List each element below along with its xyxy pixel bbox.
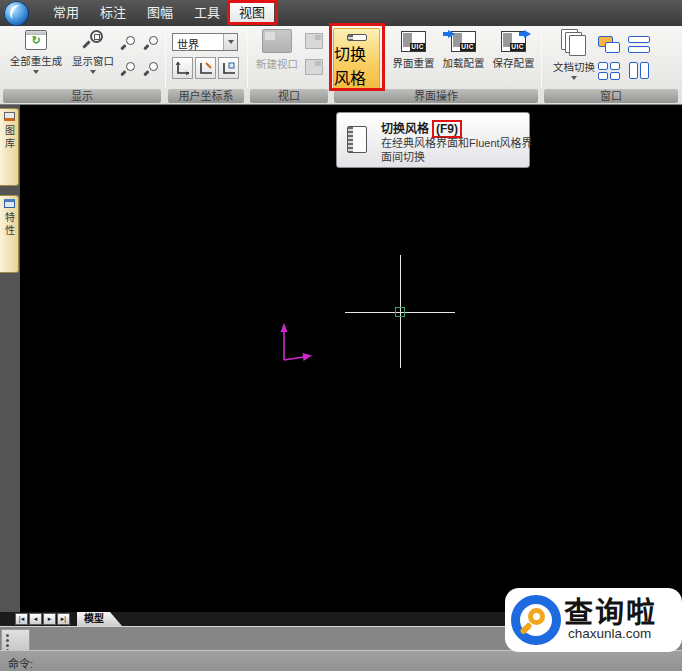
grip-dots-icon bbox=[6, 634, 9, 637]
tile-horizontal-button[interactable] bbox=[626, 35, 654, 55]
regen-all-button[interactable]: ↻ 全部重生成 bbox=[5, 30, 67, 74]
switch-style-icon bbox=[347, 34, 367, 41]
tab-view-active[interactable]: 视图 bbox=[230, 2, 274, 23]
ucs-object-icon bbox=[198, 61, 213, 76]
named-viewport-icon[interactable] bbox=[305, 33, 323, 49]
panel-divider bbox=[165, 28, 166, 88]
tile-grid-icon bbox=[598, 62, 608, 70]
panel-divider bbox=[247, 28, 248, 88]
watermark-domain: chaxunla.com bbox=[568, 626, 651, 641]
save-config-button[interactable]: UIC 保存配置 bbox=[489, 31, 538, 70]
chevron-down-icon[interactable] bbox=[223, 34, 237, 50]
reset-ui-icon: UIC bbox=[401, 31, 426, 52]
tab-sheet[interactable]: 图幅 bbox=[140, 4, 180, 22]
switch-style-button[interactable]: 切换风格 bbox=[333, 28, 380, 90]
doc-switch-button[interactable]: 文档切换 bbox=[547, 29, 601, 80]
command-input-row[interactable]: 命令: bbox=[0, 650, 682, 671]
ucs-world-icon bbox=[175, 61, 190, 76]
tile-vertical-button[interactable] bbox=[626, 61, 654, 81]
zoom-previous-icon bbox=[121, 62, 135, 76]
model-tab[interactable]: 模型 bbox=[77, 612, 122, 626]
first-tab-icon[interactable]: |◂ bbox=[15, 613, 28, 625]
chevron-down-icon bbox=[90, 70, 96, 74]
drawing-canvas[interactable] bbox=[20, 105, 682, 612]
last-tab-icon[interactable]: ▸| bbox=[57, 613, 70, 625]
app-window: 常用 标注 图幅 工具 视图 ↻ 全部重生成 显示窗口 bbox=[0, 0, 682, 671]
zoom-dynamic-icon bbox=[144, 62, 158, 76]
watermark: 查询啦 chaxunla.com bbox=[505, 588, 682, 652]
tile-horizontal-icon bbox=[628, 36, 650, 43]
library-icon bbox=[4, 112, 15, 121]
zoom-realtime-icon bbox=[121, 36, 135, 50]
reset-ui-button[interactable]: UIC 界面重置 bbox=[389, 31, 438, 70]
ucs-axis-icon bbox=[270, 320, 320, 365]
panel-divider bbox=[331, 28, 332, 88]
group-label-interface: 界面操作 bbox=[334, 89, 538, 103]
group-label-ucs: 用户坐标系 bbox=[168, 89, 244, 103]
chevron-down-icon bbox=[33, 70, 39, 74]
command-drag-handle[interactable] bbox=[1, 629, 30, 652]
zoom-previous-button[interactable] bbox=[117, 57, 139, 81]
zoom-window-icon bbox=[83, 30, 103, 50]
ucs-object-button[interactable] bbox=[195, 57, 216, 79]
tab-tools[interactable]: 工具 bbox=[187, 4, 227, 22]
zoom-window-button[interactable]: 显示窗口 bbox=[69, 30, 117, 74]
doc-switch-icon bbox=[561, 29, 587, 56]
zoom-in-icon bbox=[144, 36, 158, 50]
palette-tab-library[interactable]: 图库 bbox=[0, 108, 19, 186]
save-config-icon: UIC bbox=[501, 31, 526, 52]
properties-icon bbox=[4, 199, 15, 208]
group-label-display: 显示 bbox=[3, 89, 161, 103]
command-prompt: 命令: bbox=[8, 655, 33, 671]
next-tab-icon[interactable]: ▸ bbox=[43, 613, 56, 625]
new-viewport-button[interactable]: 新建视口 bbox=[252, 29, 302, 71]
left-palette-bar: 图库 特性 bbox=[0, 105, 20, 612]
app-logo-icon[interactable] bbox=[4, 1, 29, 26]
group-label-viewport: 视口 bbox=[250, 89, 328, 103]
zoom-realtime-button[interactable] bbox=[117, 31, 139, 55]
join-viewport-icon[interactable] bbox=[305, 59, 323, 75]
zoom-dynamic-button[interactable] bbox=[140, 57, 162, 81]
ucs-view-button[interactable] bbox=[218, 57, 239, 79]
watermark-title: 查询啦 bbox=[564, 589, 657, 631]
zoom-in-button[interactable] bbox=[140, 31, 162, 55]
switch-style-icon bbox=[347, 126, 367, 153]
tab-home[interactable]: 常用 bbox=[46, 4, 86, 22]
ribbon-tab-bar: 常用 标注 图幅 工具 视图 bbox=[0, 0, 682, 26]
tooltip-description: 在经典风格界面和Fluent风格界面间切换 bbox=[381, 136, 533, 164]
chaxunla-logo-icon bbox=[511, 595, 561, 645]
prev-tab-icon[interactable]: ◂ bbox=[29, 613, 42, 625]
tile-vertical-icon bbox=[629, 62, 638, 79]
group-label-window: 窗口 bbox=[544, 89, 678, 103]
ribbon: ↻ 全部重生成 显示窗口 显示 世界 bbox=[0, 26, 682, 105]
tab-annotate[interactable]: 标注 bbox=[93, 4, 133, 22]
cascade-windows-button[interactable] bbox=[596, 35, 624, 55]
tile-grid-button[interactable] bbox=[596, 61, 624, 81]
ucs-combobox[interactable]: 世界 bbox=[172, 33, 238, 51]
load-config-button[interactable]: UIC 加载配置 bbox=[439, 31, 488, 70]
chevron-down-icon bbox=[571, 76, 577, 80]
load-config-icon: UIC bbox=[451, 31, 476, 52]
ucs-view-icon bbox=[221, 61, 236, 76]
regen-icon: ↻ bbox=[25, 30, 47, 50]
palette-tab-properties[interactable]: 特性 bbox=[0, 195, 19, 273]
pickbox bbox=[395, 307, 405, 317]
switch-style-tooltip: 切换风格(F9) 在经典风格界面和Fluent风格界面间切换 bbox=[336, 112, 530, 168]
new-viewport-icon bbox=[262, 29, 292, 53]
ucs-world-button[interactable] bbox=[172, 57, 193, 79]
panel-divider bbox=[541, 28, 542, 88]
